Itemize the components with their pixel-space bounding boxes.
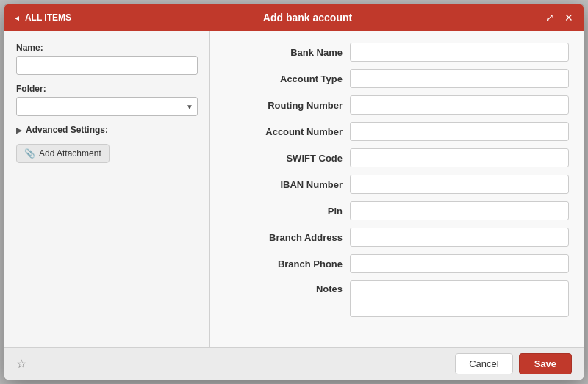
iban-number-label: IBAN Number xyxy=(225,179,343,190)
bank-name-input[interactable] xyxy=(350,43,569,62)
account-number-input[interactable] xyxy=(350,122,569,141)
swift-code-label: SWIFT Code xyxy=(225,153,343,164)
folder-field-group: Folder: ▼ xyxy=(16,84,198,116)
routing-number-input[interactable] xyxy=(350,95,569,115)
name-input[interactable] xyxy=(16,56,198,75)
advanced-settings-toggle[interactable]: ▶ Advanced Settings: xyxy=(16,125,198,135)
back-label: ALL ITEMS xyxy=(25,12,71,23)
add-attachment-button[interactable]: 📎 Add Attachment xyxy=(16,144,110,163)
branch-address-input[interactable] xyxy=(350,228,569,247)
account-number-label: Account Number xyxy=(225,126,343,137)
save-button[interactable]: Save xyxy=(519,353,572,374)
branch-phone-input[interactable] xyxy=(350,254,569,273)
notes-label: Notes xyxy=(225,280,343,294)
favorite-button[interactable]: ☆ xyxy=(16,357,26,371)
routing-number-row: Routing Number xyxy=(225,95,569,115)
advanced-settings-triangle-icon: ▶ xyxy=(16,126,22,134)
notes-row: Notes xyxy=(225,280,569,317)
branch-phone-label: Branch Phone xyxy=(225,258,343,269)
branch-address-row: Branch Address xyxy=(225,228,569,247)
back-button[interactable]: ◄ ALL ITEMS xyxy=(13,12,71,23)
account-type-label: Account Type xyxy=(225,73,343,84)
bank-name-row: Bank Name xyxy=(225,43,569,62)
close-button[interactable]: ✕ xyxy=(563,11,575,24)
advanced-settings-label: Advanced Settings: xyxy=(26,125,108,135)
back-chevron-icon: ◄ xyxy=(13,14,21,22)
folder-label: Folder: xyxy=(16,84,198,94)
branch-address-label: Branch Address xyxy=(225,232,343,243)
cancel-button[interactable]: Cancel xyxy=(455,353,512,374)
name-label: Name: xyxy=(16,43,198,53)
modal-header: ◄ ALL ITEMS Add bank account ⤢ ✕ xyxy=(4,4,584,31)
modal-body: Name: Folder: ▼ ▶ Advanced Settings: 📎 A… xyxy=(4,31,584,347)
paperclip-icon: 📎 xyxy=(24,148,35,159)
expand-button[interactable]: ⤢ xyxy=(544,11,556,24)
iban-number-row: IBAN Number xyxy=(225,175,569,194)
footer-actions: Cancel Save xyxy=(455,353,572,374)
left-panel: Name: Folder: ▼ ▶ Advanced Settings: 📎 A… xyxy=(4,31,210,347)
modal-footer: ☆ Cancel Save xyxy=(4,347,584,380)
modal-container: ◄ ALL ITEMS Add bank account ⤢ ✕ Name: F… xyxy=(4,4,584,380)
right-panel: Bank Name Account Type Routing Number Ac… xyxy=(210,31,584,347)
branch-phone-row: Branch Phone xyxy=(225,254,569,273)
star-icon: ☆ xyxy=(16,358,26,370)
modal-header-actions: ⤢ ✕ xyxy=(544,11,575,24)
pin-input[interactable] xyxy=(350,201,569,220)
modal-title: Add bank account xyxy=(71,12,544,23)
notes-input[interactable] xyxy=(350,280,569,317)
pin-row: Pin xyxy=(225,201,569,220)
swift-code-row: SWIFT Code xyxy=(225,148,569,167)
bank-name-label: Bank Name xyxy=(225,47,343,58)
folder-select[interactable] xyxy=(16,97,198,116)
account-number-row: Account Number xyxy=(225,122,569,141)
swift-code-input[interactable] xyxy=(350,148,569,167)
iban-number-input[interactable] xyxy=(350,175,569,194)
routing-number-label: Routing Number xyxy=(225,100,343,111)
add-attachment-label: Add Attachment xyxy=(39,148,101,159)
name-field-group: Name: xyxy=(16,43,198,75)
folder-select-wrapper: ▼ xyxy=(16,97,198,116)
account-type-row: Account Type xyxy=(225,69,569,88)
account-type-input[interactable] xyxy=(350,69,569,88)
pin-label: Pin xyxy=(225,206,343,217)
